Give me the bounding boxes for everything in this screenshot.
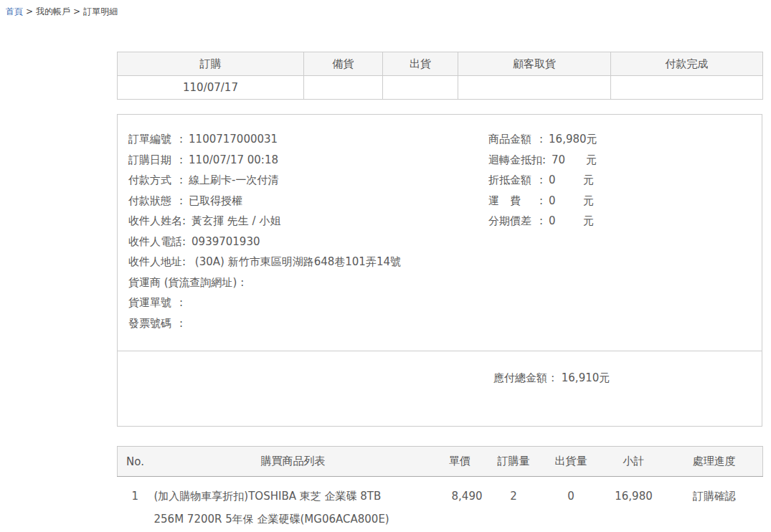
item-ship-qty: 0 <box>541 477 602 532</box>
status-preparing-value <box>304 76 383 100</box>
status-header-row: 訂購 備貨 出貨 顧客取貨 付款完成 <box>118 52 763 76</box>
installment-diff-value: 0 <box>543 211 583 232</box>
info-row-tracking-number: 貨運單號: <box>128 293 751 313</box>
order-info-main: 訂單編號:1100717000031 訂購日期:110/07/17 00:18 … <box>118 115 762 351</box>
payment-status-value: 已取得授權 <box>183 194 242 207</box>
info-label: 收件人姓名 <box>128 211 182 232</box>
status-col-ordered: 訂購 <box>118 52 304 76</box>
payment-method-value: 線上刷卡-一次付清 <box>183 174 278 186</box>
order-total-value: 16,910元 <box>562 371 610 384</box>
info-row-payment-status: 付款狀態:已取得授權 <box>128 191 751 212</box>
order-number-value: 1100717000031 <box>183 133 278 146</box>
currency-unit: 元 <box>586 153 597 166</box>
amount-label: 運 費 <box>488 191 539 212</box>
info-row-invoice-number: 發票號碼: <box>128 313 751 334</box>
amount-label: 商品金額 <box>488 129 539 150</box>
order-status-table: 訂購 備貨 出貨 顧客取貨 付款完成 110/07/17 <box>117 52 763 100</box>
info-label: 發票號碼 <box>128 313 179 334</box>
tracking-number-value <box>183 296 189 309</box>
items-col-product-list: 購買商品列表 <box>153 447 433 477</box>
status-value-row: 110/07/17 <box>118 76 763 100</box>
info-label: 收件人電話 <box>128 232 182 252</box>
order-info-left-column: 訂單編號:1100717000031 訂購日期:110/07/17 00:18 … <box>128 129 751 333</box>
recipient-phone-value: 0939701930 <box>186 235 260 248</box>
info-label: 收件人地址 <box>128 252 182 272</box>
rebate-deduction-value: 70 <box>546 150 586 171</box>
info-label: 付款狀態 <box>128 191 179 212</box>
currency-unit: 元 <box>583 214 594 227</box>
status-paid-value <box>611 76 763 100</box>
items-col-status: 處理進度 <box>666 447 763 477</box>
info-label: 付款方式 <box>128 170 179 191</box>
order-date-value: 110/07/17 00:18 <box>183 153 278 166</box>
status-pickup-value <box>458 76 611 100</box>
info-row-recipient-name: 收件人姓名:黃玄揮 先生 / 小姐 <box>128 211 751 232</box>
amount-row-items-total: 商品金額:16,980元 <box>488 129 597 150</box>
info-row-recipient-phone: 收件人電話:0939701930 <box>128 232 751 252</box>
order-amounts-column: 商品金額:16,980元 迴轉金抵扣:70元 折抵金額:0元 運 費:0元 分期… <box>488 129 597 232</box>
amount-row-installment-diff: 分期價差:0元 <box>488 211 597 232</box>
info-row-recipient-address: 收件人地址: (30A) 新竹市東區明湖路648巷101弄14號 <box>128 252 751 272</box>
currency-unit: 元 <box>583 194 594 207</box>
order-total-label: 應付總金額： <box>493 371 558 384</box>
item-order-qty: 2 <box>487 477 541 532</box>
item-name: (加入購物車享折扣)TOSHIBA 東芝 企業碟 8TB 256M 7200R … <box>153 477 433 532</box>
breadcrumb-link-account[interactable]: 我的帳戶 <box>36 6 70 16</box>
status-col-preparing: 備貨 <box>304 52 383 76</box>
info-label: 訂購日期 <box>128 150 179 171</box>
breadcrumb-separator-2: > <box>73 6 80 16</box>
items-table: No. 購買商品列表 單價 訂購量 出貨量 小計 處理進度 1 (加入購物車享折… <box>117 446 763 531</box>
info-row-order-number: 訂單編號:1100717000031 <box>128 129 751 150</box>
items-col-no: No. <box>118 447 153 477</box>
discount-value: 0 <box>543 170 583 191</box>
breadcrumb-separator: > <box>26 6 33 16</box>
currency-unit: 元 <box>583 174 594 186</box>
breadcrumb-link-home[interactable]: 首頁 <box>6 6 23 16</box>
order-total-section: 應付總金額： 16,910元 <box>118 351 762 426</box>
amount-row-discount: 折抵金額:0元 <box>488 170 597 191</box>
status-col-shipped: 出貨 <box>383 52 458 76</box>
main-content: 訂購 備貨 出貨 顧客取貨 付款完成 110/07/17 訂單編號:110071… <box>117 52 762 531</box>
status-col-pickup: 顧客取貨 <box>458 52 611 76</box>
status-shipped-value <box>383 76 458 100</box>
item-unit-price: 8,490 <box>433 477 487 532</box>
shipping-fee-value: 0 <box>543 191 583 212</box>
info-row-order-date: 訂購日期:110/07/17 00:18 <box>128 150 751 171</box>
status-ordered-date: 110/07/17 <box>118 76 304 100</box>
status-col-paid: 付款完成 <box>611 52 763 76</box>
breadcrumb-current: 訂單明細 <box>83 6 118 16</box>
items-header-row: No. 購買商品列表 單價 訂購量 出貨量 小計 處理進度 <box>118 447 763 477</box>
items-col-subtotal: 小計 <box>602 447 666 477</box>
info-label: 訂單編號 <box>128 129 179 150</box>
items-total-value: 16,980 <box>543 129 587 150</box>
amount-row-rebate-deduction: 迴轉金抵扣:70元 <box>488 150 597 171</box>
amount-row-shipping-fee: 運 費:0元 <box>488 191 597 212</box>
item-row: 1 (加入購物車享折扣)TOSHIBA 東芝 企業碟 8TB 256M 7200… <box>118 477 763 532</box>
amount-label: 分期價差 <box>488 211 539 232</box>
info-row-payment-method: 付款方式:線上刷卡-一次付清 <box>128 170 751 191</box>
info-label: 貨運單號 <box>128 293 179 313</box>
items-col-unit-price: 單價 <box>433 447 487 477</box>
order-info-box: 訂單編號:1100717000031 訂購日期:110/07/17 00:18 … <box>117 114 762 427</box>
info-row-carrier: 貨運商 (貨流查詢網址) : <box>128 272 751 293</box>
amount-label: 迴轉金抵扣 <box>488 150 542 171</box>
item-status: 訂購確認 <box>666 477 763 532</box>
item-subtotal: 16,980 <box>602 477 666 532</box>
items-col-order-qty: 訂購量 <box>487 447 541 477</box>
item-name-text: (加入購物車享折扣)TOSHIBA 東芝 企業碟 8TB 256M 7200R … <box>154 485 407 531</box>
recipient-name-value: 黃玄揮 先生 / 小姐 <box>186 214 280 227</box>
order-total-line: 應付總金額： 16,910元 <box>493 371 610 385</box>
items-col-ship-qty: 出貨量 <box>541 447 602 477</box>
item-no: 1 <box>118 477 153 532</box>
amount-label: 折抵金額 <box>488 170 539 191</box>
currency-unit: 元 <box>587 133 597 146</box>
info-label: 貨運商 (貨流查詢網址) <box>128 272 237 293</box>
invoice-number-value <box>183 317 189 330</box>
carrier-value <box>244 276 250 289</box>
breadcrumb: 首頁>我的帳戶>訂單明細 <box>0 0 771 18</box>
recipient-address-value: (30A) 新竹市東區明湖路648巷101弄14號 <box>186 255 401 268</box>
